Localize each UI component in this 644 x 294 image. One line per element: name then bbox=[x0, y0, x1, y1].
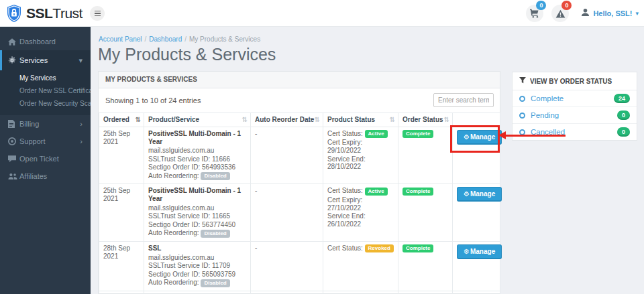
order-status-cell: Complete bbox=[398, 127, 453, 184]
service-end: 28/10/2022 bbox=[327, 163, 361, 170]
filter-pending[interactable]: Pending 0 bbox=[513, 107, 637, 124]
brand-text: SSLTrust bbox=[26, 5, 83, 21]
table-row: 28th Sep 2021 SSL mail.sslguides.com.au … bbox=[99, 291, 500, 294]
col-auto-reorder-date[interactable]: Auto Reorder Date⇅ bbox=[251, 113, 323, 127]
users-icon bbox=[8, 173, 19, 180]
service-end: 26/10/2022 bbox=[327, 220, 361, 228]
sort-icon[interactable]: ⇅ bbox=[136, 116, 141, 123]
order-status-badge: Complete bbox=[402, 130, 433, 138]
products-panel: MY PRODUCTS & SERVICES Showing 1 to 10 o… bbox=[98, 71, 500, 294]
col-product-status[interactable]: Product Status⇅ bbox=[323, 113, 398, 127]
actions-cell: ⚙Manage bbox=[453, 184, 500, 241]
col-product-service[interactable]: Product/Service⇅ bbox=[144, 113, 251, 127]
product-status-cell: Cert Status: Active Cert Expiry: 29/10/2… bbox=[323, 127, 398, 184]
ordered-date-cell: 25th Sep 2021 bbox=[99, 127, 144, 184]
sidebar-item-dashboard[interactable]: Dashboard bbox=[0, 33, 91, 50]
ssltrust-logo[interactable]: SSLTrust bbox=[6, 4, 83, 23]
sidebar: Dashboard Services ▾ My Services Order N… bbox=[0, 27, 91, 294]
breadcrumb-current: My Products & Services bbox=[189, 35, 260, 43]
sort-icon[interactable]: ⇅ bbox=[444, 116, 449, 123]
col-ordered[interactable]: Ordered⇅ bbox=[99, 113, 144, 127]
ordered-date-cell: 28th Sep 2021 bbox=[99, 291, 144, 294]
alerts-count-badge: 0 bbox=[561, 1, 572, 10]
alerts-button[interactable]: 0 bbox=[551, 5, 569, 22]
manage-button[interactable]: ⚙Manage bbox=[457, 244, 502, 259]
gear-icon: ⚙ bbox=[464, 133, 470, 141]
auto-reorder-date-cell: - bbox=[251, 127, 323, 184]
breadcrumb: Account Panel/Dashboard/My Products & Se… bbox=[99, 35, 260, 43]
sort-icon[interactable]: ⇅ bbox=[315, 116, 320, 123]
hamburger-icon[interactable] bbox=[90, 6, 105, 21]
actions-cell: ⚙Manage bbox=[453, 241, 500, 291]
sidebar-item-label: Open Ticket bbox=[19, 155, 59, 163]
chevron-right-icon: › bbox=[80, 120, 83, 128]
circle-icon bbox=[519, 113, 525, 119]
product-name: SSL bbox=[148, 244, 246, 252]
order-status-badge: Complete bbox=[402, 244, 433, 252]
table-row: 25th Sep 2021 PositiveSSL Multi-Domain -… bbox=[99, 184, 500, 241]
sidebar-item-billing[interactable]: Billing › bbox=[0, 115, 91, 133]
auto-reordering-badge: Disabled bbox=[201, 230, 229, 238]
sidebar-item-support[interactable]: Support › bbox=[0, 133, 91, 150]
sort-icon[interactable]: ⇅ bbox=[390, 116, 395, 123]
col-order-status[interactable]: Order Status⇅ bbox=[398, 113, 453, 127]
order-status-filter-panel: VIEW BY ORDER STATUS Complete 24 Pending… bbox=[512, 72, 637, 141]
table-header-row: Ordered⇅ Product/Service⇅ Auto Reorder D… bbox=[99, 113, 500, 127]
auto-reorder-date-cell: - bbox=[251, 291, 323, 294]
order-status-badge: Complete bbox=[402, 188, 433, 196]
actions-cell: ⚙Manage bbox=[453, 127, 500, 184]
shield-lock-icon bbox=[6, 4, 22, 23]
cart-count-badge: 0 bbox=[536, 1, 546, 10]
product-domain: mail.sslguides.com.au bbox=[148, 254, 246, 262]
cart-button[interactable]: 0 bbox=[526, 5, 543, 22]
sidebar-item-open-ticket[interactable]: Open Ticket bbox=[0, 150, 91, 167]
search-input[interactable] bbox=[433, 93, 494, 107]
product-domain: mail.sslguides.com.au bbox=[148, 204, 246, 212]
sidebar-subitem-order-ssl[interactable]: Order New SSL Certificate bbox=[0, 84, 91, 97]
caret-down-icon: ▾ bbox=[635, 10, 639, 17]
cert-status-badge: Active bbox=[365, 188, 388, 196]
sidebar-item-label: Billing bbox=[19, 120, 39, 128]
product-domain: mail.sslguides.com.au bbox=[148, 147, 246, 155]
product-status-cell: Cert Status: Active Cert Expiry: 27/10/2… bbox=[323, 184, 398, 241]
sectigo-order-id: 563774450 bbox=[202, 221, 235, 228]
filter-complete[interactable]: Complete 24 bbox=[513, 90, 637, 107]
filter-label: Pending bbox=[531, 111, 559, 119]
sidebar-subitem-order-scanner[interactable]: Order New Security Scanner bbox=[0, 97, 91, 110]
count-badge: 0 bbox=[617, 111, 630, 120]
comment-icon bbox=[8, 155, 19, 163]
sectigo-order-id: 564993536 bbox=[202, 163, 235, 171]
ordered-date-cell: 25th Sep 2021 bbox=[99, 184, 144, 241]
sidebar-item-affiliates[interactable]: Affiliates bbox=[0, 167, 91, 185]
auto-reordering-badge: Disabled bbox=[201, 172, 229, 180]
product-cell: PositiveSSL Multi-Domain - 1 Year mail.s… bbox=[144, 184, 251, 241]
filter-icon bbox=[519, 77, 526, 85]
order-status-cell: Complete bbox=[398, 291, 453, 294]
service-id: 11709 bbox=[212, 262, 230, 269]
count-badge: 24 bbox=[614, 94, 630, 103]
breadcrumb-dashboard[interactable]: Dashboard bbox=[149, 35, 182, 43]
count-badge: 0 bbox=[617, 127, 630, 137]
manage-button[interactable]: ⚙Manage bbox=[457, 187, 502, 202]
auto-reorder-date-cell: - bbox=[251, 184, 323, 241]
sort-icon[interactable]: ⇅ bbox=[242, 116, 248, 123]
manage-button[interactable]: ⚙Manage bbox=[457, 130, 502, 145]
sidebar-subitem-my-services[interactable]: My Services bbox=[0, 72, 91, 84]
status-panel-title: VIEW BY ORDER STATUS bbox=[530, 78, 612, 85]
user-menu[interactable]: Hello, SSL! ▾ bbox=[581, 7, 639, 19]
gear-icon: ⚙ bbox=[464, 248, 470, 255]
product-name: PositiveSSL Multi-Domain - 1 Year bbox=[148, 187, 246, 202]
sidebar-item-label: Support bbox=[19, 137, 46, 145]
product-cell: PositiveSSL Multi-Domain - 1 Year mail.s… bbox=[144, 127, 251, 184]
filter-label: Complete bbox=[531, 94, 564, 102]
showing-entries-text: Showing 1 to 10 of 24 entries bbox=[105, 96, 201, 104]
sidebar-item-label: Services bbox=[19, 56, 48, 64]
product-cell: SSL mail.sslguides.com.au SSLTrust Servi… bbox=[144, 241, 251, 291]
circle-icon bbox=[519, 129, 525, 135]
filter-cancelled[interactable]: Cancelled 0 bbox=[513, 124, 637, 140]
life-ring-icon bbox=[8, 137, 19, 145]
actions-cell: ⚙Manage bbox=[453, 291, 500, 294]
breadcrumb-account-panel[interactable]: Account Panel bbox=[99, 35, 142, 43]
ordered-date-cell: 28th Sep 2021 bbox=[99, 241, 144, 291]
sidebar-item-services[interactable]: Services ▾ bbox=[0, 50, 91, 70]
